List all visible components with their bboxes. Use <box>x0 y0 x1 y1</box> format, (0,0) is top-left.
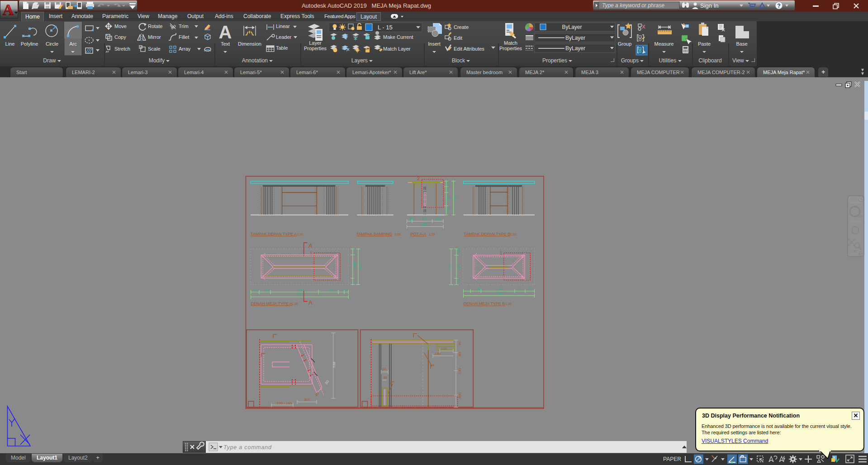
svg-text:380: 380 <box>435 217 441 221</box>
svg-text:TAMPAK DEPAN TYPE B: TAMPAK DEPAN TYPE B <box>464 232 510 236</box>
svg-text:36: 36 <box>383 376 387 380</box>
svg-text:270 / 160: 270 / 160 <box>277 401 292 405</box>
svg-text:2: 2 <box>417 176 420 181</box>
svg-text:A: A <box>219 22 232 42</box>
svg-text:1:20: 1:20 <box>394 233 401 236</box>
svg-text:A: A <box>308 242 313 249</box>
svg-text:180: 180 <box>408 217 414 221</box>
svg-text:2200: 2200 <box>296 292 304 296</box>
svg-text:300: 300 <box>458 392 462 399</box>
svg-text:800: 800 <box>422 222 428 226</box>
svg-text:1600: 1600 <box>496 291 504 296</box>
svg-text:30: 30 <box>458 342 462 346</box>
svg-text:5390: 5390 <box>352 262 356 269</box>
svg-text:1143: 1143 <box>296 288 304 292</box>
svg-text:135: 135 <box>352 277 356 283</box>
svg-text:30: 30 <box>446 181 450 185</box>
svg-text:POT.A-A: POT.A-A <box>411 232 427 236</box>
svg-text:40: 40 <box>314 391 320 397</box>
svg-text:DENAH MEJA TYPE A: DENAH MEJA TYPE A <box>251 301 292 306</box>
svg-text:750: 750 <box>453 194 457 200</box>
svg-text:260: 260 <box>446 206 450 212</box>
svg-text:1:20: 1:20 <box>297 233 304 236</box>
svg-text:246: 246 <box>517 287 522 291</box>
svg-text:330: 330 <box>446 195 450 201</box>
svg-text:1:20: 1:20 <box>429 233 435 236</box>
svg-text:538: 538 <box>332 362 336 368</box>
svg-text:60: 60 <box>382 367 386 371</box>
svg-text:Type a command: Type a command <box>223 444 272 451</box>
svg-text:100: 100 <box>441 347 447 351</box>
svg-text:?: ? <box>777 3 780 9</box>
svg-text:307: 307 <box>265 288 270 292</box>
svg-text:307: 307 <box>304 398 310 402</box>
svg-text:80: 80 <box>458 352 462 356</box>
svg-text:A: A <box>308 299 313 306</box>
svg-text:Sign In: Sign In <box>700 2 718 9</box>
svg-text:140: 140 <box>446 185 450 191</box>
svg-text:440: 440 <box>422 217 427 221</box>
svg-text:1:20: 1:20 <box>510 233 516 236</box>
svg-text:1:20: 1:20 <box>505 302 512 305</box>
svg-text:800: 800 <box>447 263 451 269</box>
svg-text:222: 222 <box>527 287 533 291</box>
svg-text:222: 222 <box>253 288 259 292</box>
svg-text:180: 180 <box>435 352 441 356</box>
svg-text:TAMPAK SAMPING: TAMPAK SAMPING <box>356 232 393 236</box>
svg-text:140: 140 <box>458 368 462 374</box>
svg-text:Type a keyword or phrase: Type a keyword or phrase <box>602 2 664 9</box>
svg-text:600: 600 <box>358 263 362 269</box>
svg-text:180: 180 <box>456 248 460 254</box>
svg-text:180: 180 <box>456 277 460 283</box>
svg-text:440: 440 <box>456 263 460 269</box>
svg-text:A: A <box>3 1 14 18</box>
svg-text:DENAH MEJA TYPE B: DENAH MEJA TYPE B <box>464 301 505 306</box>
svg-text:L - 15: L - 15 <box>378 24 393 31</box>
svg-text:307: 307 <box>329 288 335 292</box>
svg-text:50: 50 <box>324 379 330 385</box>
svg-text:664: 664 <box>497 287 503 291</box>
svg-text:1: 1 <box>310 251 313 256</box>
svg-text:135: 135 <box>352 249 356 254</box>
svg-text:1:20: 1:20 <box>292 302 298 305</box>
svg-text:TAMPAK DEPAN TYPE A: TAMPAK DEPAN TYPE A <box>251 232 297 236</box>
svg-text:2D: 2D <box>858 214 862 218</box>
